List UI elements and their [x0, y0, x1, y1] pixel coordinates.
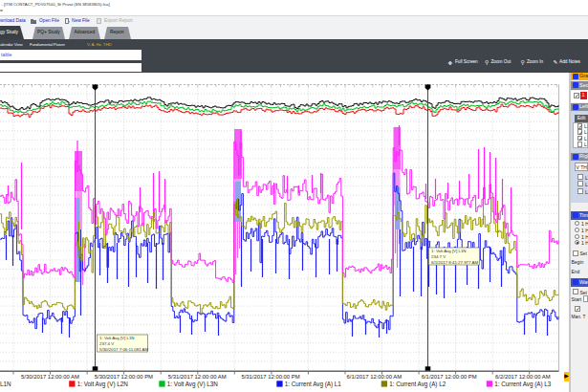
svg-text:6/1/2017 12:00:00 AM: 6/1/2017 12:00:00 AM: [347, 374, 403, 380]
svg-text:6/2/2017 12:00:00 AM: 6/2/2017 12:00:00 AM: [495, 374, 551, 380]
svg-text:1: Current Avg (A) L3: 1: Current Avg (A) L3: [494, 381, 552, 388]
svg-text:5/30/2017 12:00:00 AM: 5/30/2017 12:00:00 AM: [21, 374, 79, 380]
svg-text:5/31/2017 12:00:00 PM: 5/31/2017 12:00:00 PM: [241, 374, 299, 380]
svg-text:5/30/2017 12:00:00 PM: 5/30/2017 12:00:00 PM: [95, 374, 153, 380]
svg-text:5/30/2017 7:06:11.081 AM: 5/30/2017 7:06:11.081 AM: [99, 347, 149, 352]
svg-text:1: Volt Avg (V) L2N: 1: Volt Avg (V) L2N: [77, 381, 129, 388]
svg-text:1: Volt Avg [V] L1N: 1: Volt Avg [V] L1N: [99, 336, 135, 340]
svg-text:1: Current Avg (A) L2: 1: Current Avg (A) L2: [389, 381, 446, 388]
svg-text:234.7 V: 234.7 V: [431, 254, 446, 259]
svg-text:5/31/2017 12:00:00 AM: 5/31/2017 12:00:00 AM: [168, 374, 227, 380]
svg-text:1: Volt Avg [V] L1N: 1: Volt Avg [V] L1N: [431, 249, 467, 253]
svg-text:1: Volt Avg (V) L3N: 1: Volt Avg (V) L3N: [167, 381, 219, 388]
svg-text:L1N: L1N: [0, 381, 11, 387]
svg-text:237.4 V: 237.4 V: [99, 341, 114, 346]
svg-text:6/1/2017 8:41:27.977 AM: 6/1/2017 8:41:27.977 AM: [431, 260, 478, 265]
svg-text:6/1/2017 12:00:00 PM: 6/1/2017 12:00:00 PM: [422, 374, 477, 380]
svg-text:1: Current Avg (A) L1: 1: Current Avg (A) L1: [285, 381, 342, 388]
